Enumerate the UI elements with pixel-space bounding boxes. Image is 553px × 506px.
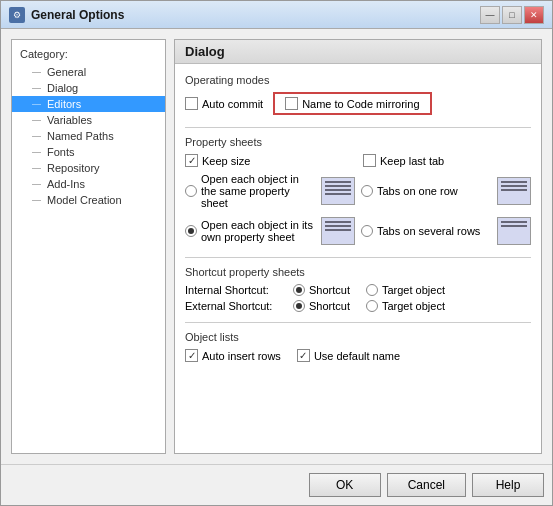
title-bar: ⚙ General Options — □ ✕ bbox=[1, 1, 552, 29]
use-default-name-item[interactable]: Use default name bbox=[297, 349, 400, 362]
external-shortcut-radio[interactable] bbox=[293, 300, 305, 312]
keep-size-label: Keep size bbox=[202, 155, 250, 167]
auto-insert-checkbox[interactable] bbox=[185, 349, 198, 362]
open-own-item[interactable]: Open each object in its own property she… bbox=[185, 219, 315, 243]
internal-shortcut-item[interactable]: Shortcut bbox=[293, 284, 350, 296]
open-own-label: Open each object in its own property she… bbox=[201, 219, 315, 243]
sidebar-item-label-named-paths: Named Paths bbox=[47, 130, 114, 142]
auto-insert-label: Auto insert rows bbox=[202, 350, 281, 362]
sidebar-item-repository[interactable]: Repository bbox=[12, 160, 165, 176]
auto-insert-item[interactable]: Auto insert rows bbox=[185, 349, 281, 362]
open-rows: Open each object in the same property sh… bbox=[185, 173, 531, 245]
divider-3 bbox=[185, 322, 531, 323]
ok-button[interactable]: OK bbox=[309, 473, 381, 497]
cancel-button[interactable]: Cancel bbox=[387, 473, 466, 497]
name-to-code-box: Name to Code mirroring bbox=[273, 92, 431, 115]
open-same-label: Open each object in the same property sh… bbox=[201, 173, 315, 209]
object-lists-title: Object lists bbox=[185, 331, 531, 343]
tabs-one-row-item[interactable]: Tabs on one row bbox=[361, 185, 491, 197]
divider-2 bbox=[185, 257, 531, 258]
sidebar-item-label-general: General bbox=[47, 66, 86, 78]
sidebar: Category: General Dialog Editors Variabl… bbox=[11, 39, 166, 454]
keep-last-tab-item[interactable]: Keep last tab bbox=[363, 154, 531, 167]
keep-last-tab-checkbox[interactable] bbox=[363, 154, 376, 167]
property-sheets-section: Property sheets Keep size Keep last tab bbox=[185, 136, 531, 245]
internal-target-item[interactable]: Target object bbox=[366, 284, 445, 296]
sidebar-item-label-editors: Editors bbox=[47, 98, 81, 110]
general-options-window: ⚙ General Options — □ ✕ Category: Genera… bbox=[0, 0, 553, 506]
external-shortcut-option-label: Shortcut bbox=[309, 300, 350, 312]
tabs-one-row-radio[interactable] bbox=[361, 185, 373, 197]
keep-last-tab-label: Keep last tab bbox=[380, 155, 444, 167]
footer: OK Cancel Help bbox=[1, 464, 552, 505]
operating-modes-title: Operating modes bbox=[185, 74, 531, 86]
sidebar-item-named-paths[interactable]: Named Paths bbox=[12, 128, 165, 144]
operating-modes-row: Auto commit Name to Code mirroring bbox=[185, 92, 531, 115]
sidebar-item-label-dialog: Dialog bbox=[47, 82, 78, 94]
internal-shortcut-options: Shortcut Target object bbox=[293, 284, 445, 296]
object-lists-section: Object lists Auto insert rows Use defaul… bbox=[185, 331, 531, 362]
internal-target-option-label: Target object bbox=[382, 284, 445, 296]
external-shortcut-label: External Shortcut: bbox=[185, 300, 285, 312]
keep-row: Keep size Keep last tab bbox=[185, 154, 531, 167]
external-shortcut-options: Shortcut Target object bbox=[293, 300, 445, 312]
open-same-icon bbox=[321, 177, 355, 205]
sidebar-label: Category: bbox=[12, 46, 165, 64]
sidebar-item-fonts[interactable]: Fonts bbox=[12, 144, 165, 160]
tabs-one-row-icon bbox=[497, 177, 531, 205]
sidebar-item-model-creation[interactable]: Model Creation bbox=[12, 192, 165, 208]
close-button[interactable]: ✕ bbox=[524, 6, 544, 24]
operating-modes-section: Operating modes Auto commit Name to Code… bbox=[185, 74, 531, 115]
main-panel: Dialog Operating modes Auto commit Name … bbox=[174, 39, 542, 454]
internal-target-radio[interactable] bbox=[366, 284, 378, 296]
open-own-radio[interactable] bbox=[185, 225, 197, 237]
property-sheets-title: Property sheets bbox=[185, 136, 531, 148]
title-bar-left: ⚙ General Options bbox=[9, 7, 124, 23]
auto-commit-label: Auto commit bbox=[202, 98, 263, 110]
help-button[interactable]: Help bbox=[472, 473, 544, 497]
sidebar-item-label-variables: Variables bbox=[47, 114, 92, 126]
tabs-several-rows-item[interactable]: Tabs on several rows bbox=[361, 225, 491, 237]
sidebar-item-general[interactable]: General bbox=[12, 64, 165, 80]
sidebar-item-label-repository: Repository bbox=[47, 162, 100, 174]
open-own-icon bbox=[321, 217, 355, 245]
minimize-button[interactable]: — bbox=[480, 6, 500, 24]
open-same-radio[interactable] bbox=[185, 185, 197, 197]
external-target-item[interactable]: Target object bbox=[366, 300, 445, 312]
tabs-several-rows-label: Tabs on several rows bbox=[377, 225, 480, 237]
sidebar-item-label-add-ins: Add-Ins bbox=[47, 178, 85, 190]
external-shortcut-row: External Shortcut: Shortcut Target objec… bbox=[185, 300, 531, 312]
internal-shortcut-row: Internal Shortcut: Shortcut Target objec… bbox=[185, 284, 531, 296]
window-title: General Options bbox=[31, 8, 124, 22]
sidebar-item-dialog[interactable]: Dialog bbox=[12, 80, 165, 96]
keep-size-item[interactable]: Keep size bbox=[185, 154, 353, 167]
name-to-code-label: Name to Code mirroring bbox=[302, 98, 419, 110]
external-target-radio[interactable] bbox=[366, 300, 378, 312]
name-to-code-checkbox[interactable] bbox=[285, 97, 298, 110]
external-target-option-label: Target object bbox=[382, 300, 445, 312]
title-controls: — □ ✕ bbox=[480, 6, 544, 24]
divider-1 bbox=[185, 127, 531, 128]
auto-commit-checkbox[interactable] bbox=[185, 97, 198, 110]
internal-shortcut-label: Internal Shortcut: bbox=[185, 284, 285, 296]
sidebar-item-variables[interactable]: Variables bbox=[12, 112, 165, 128]
internal-shortcut-option-label: Shortcut bbox=[309, 284, 350, 296]
panel-content: Operating modes Auto commit Name to Code… bbox=[175, 64, 541, 453]
open-same-item[interactable]: Open each object in the same property sh… bbox=[185, 173, 315, 209]
dialog-body: Category: General Dialog Editors Variabl… bbox=[1, 29, 552, 464]
sidebar-item-editors[interactable]: Editors bbox=[12, 96, 165, 112]
object-lists-row: Auto insert rows Use default name bbox=[185, 349, 531, 362]
sidebar-item-add-ins[interactable]: Add-Ins bbox=[12, 176, 165, 192]
keep-size-checkbox[interactable] bbox=[185, 154, 198, 167]
tabs-one-row-label: Tabs on one row bbox=[377, 185, 458, 197]
external-shortcut-item[interactable]: Shortcut bbox=[293, 300, 350, 312]
use-default-name-label: Use default name bbox=[314, 350, 400, 362]
auto-commit-item[interactable]: Auto commit bbox=[185, 97, 263, 110]
use-default-name-checkbox[interactable] bbox=[297, 349, 310, 362]
sidebar-item-label-model-creation: Model Creation bbox=[47, 194, 122, 206]
maximize-button[interactable]: □ bbox=[502, 6, 522, 24]
tabs-several-rows-radio[interactable] bbox=[361, 225, 373, 237]
shortcut-section: Shortcut property sheets Internal Shortc… bbox=[185, 266, 531, 312]
internal-shortcut-radio[interactable] bbox=[293, 284, 305, 296]
shortcut-title: Shortcut property sheets bbox=[185, 266, 531, 278]
